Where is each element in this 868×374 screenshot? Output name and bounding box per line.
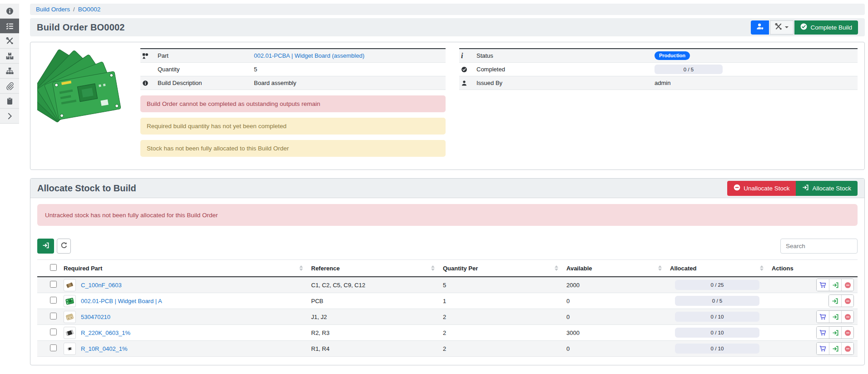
column-available[interactable]: Available bbox=[563, 260, 666, 277]
available-cell: 0 bbox=[563, 293, 666, 309]
row-checkbox-cell bbox=[46, 325, 60, 341]
row-detail-cell bbox=[37, 325, 46, 341]
row-actions-group bbox=[828, 294, 854, 307]
row-actions-group bbox=[816, 310, 854, 323]
complete-build-button[interactable]: Complete Build bbox=[794, 20, 858, 35]
buy-stock-button[interactable] bbox=[817, 327, 829, 339]
actions-cell bbox=[768, 341, 858, 357]
unallocate-stock-button[interactable]: Unallocate Stock bbox=[727, 181, 796, 196]
required-part-link[interactable]: R_10R_0402_1% bbox=[81, 345, 128, 352]
row-checkbox-cell bbox=[46, 277, 60, 293]
required-part-link[interactable]: 530470210 bbox=[81, 314, 110, 320]
column-quantity-per[interactable]: Quantity Per bbox=[439, 260, 563, 277]
sign-in-green-icon bbox=[832, 298, 838, 304]
column-allocated[interactable]: Allocated bbox=[666, 260, 768, 277]
column-required-part[interactable]: Required Part bbox=[60, 260, 308, 277]
allocation-progress: 0 / 25 bbox=[675, 280, 759, 290]
buy-stock-button[interactable] bbox=[817, 311, 829, 323]
select-all-checkbox[interactable] bbox=[50, 264, 57, 271]
cart-icon bbox=[819, 345, 826, 352]
sidebar-item-clipboard[interactable] bbox=[0, 94, 19, 109]
allocate-row-button[interactable] bbox=[829, 343, 841, 354]
table-header-row: Required Part Reference Quantity Per Ava… bbox=[37, 260, 858, 277]
info-icon: i bbox=[461, 52, 476, 60]
buy-stock-button[interactable] bbox=[817, 279, 829, 291]
sidebar-item-paperclip[interactable] bbox=[0, 79, 19, 94]
select-all-checkbox-cell bbox=[46, 260, 60, 277]
refresh-table-button[interactable] bbox=[57, 239, 71, 254]
quantity-per-cell: 1 bbox=[439, 293, 563, 309]
row-checkbox[interactable] bbox=[50, 281, 57, 288]
sidebar-item-tools[interactable] bbox=[0, 34, 19, 49]
table-toolbar bbox=[37, 239, 858, 254]
row-checkbox[interactable] bbox=[50, 313, 57, 319]
available-cell: 0 bbox=[563, 341, 666, 357]
row-detail-cell bbox=[37, 293, 46, 309]
reference-cell: PCB bbox=[308, 293, 439, 309]
sort-icon bbox=[760, 265, 764, 271]
column-reference[interactable]: Reference bbox=[308, 260, 439, 277]
allocated-cell: 0 / 10 bbox=[666, 309, 768, 325]
page-header-bar: Build Order BO0002 Complete Build bbox=[30, 18, 865, 36]
sort-icon bbox=[555, 265, 559, 271]
admin-view-button[interactable] bbox=[751, 20, 769, 35]
row-checkbox[interactable] bbox=[50, 329, 57, 335]
remove-allocation-button[interactable] bbox=[841, 279, 853, 291]
allocate-stock-button[interactable]: Allocate Stock bbox=[796, 181, 858, 196]
sidebar-item-sitemap[interactable] bbox=[0, 64, 19, 79]
detail-row-quantity: Quantity 5 bbox=[140, 63, 446, 76]
detail-row-part: Part 002.01-PCBA | Widget Board (assembl… bbox=[140, 49, 446, 63]
allocate-section-title: Allocate Stock to Build bbox=[37, 183, 136, 194]
remove-allocation-button[interactable] bbox=[841, 343, 853, 354]
part-thumbnail bbox=[64, 295, 76, 307]
detail-column-header bbox=[37, 260, 46, 277]
available-cell: 0 bbox=[563, 309, 666, 325]
user-icon bbox=[461, 80, 476, 86]
table-row: R_10R_0402_1%R1, R4200 / 10 bbox=[37, 341, 858, 357]
row-detail-cell bbox=[37, 277, 46, 293]
cart-icon bbox=[819, 314, 826, 320]
sidebar-item-checklist[interactable] bbox=[0, 19, 19, 34]
sort-icon bbox=[431, 265, 436, 271]
required-part-link[interactable]: C_100nF_0603 bbox=[81, 282, 122, 289]
required-part-link[interactable]: 002.01-PCB | Widget Board | A bbox=[81, 298, 162, 304]
tools-icon bbox=[775, 23, 782, 32]
minus-circle-red-icon bbox=[844, 282, 851, 289]
alert-outstanding-outputs: Build Order cannot be completed as outst… bbox=[140, 95, 446, 112]
allocate-row-button[interactable] bbox=[829, 327, 841, 339]
sidebar bbox=[0, 4, 19, 124]
check-circle-icon bbox=[461, 66, 476, 73]
chevron-right-icon bbox=[6, 112, 14, 120]
allocated-cell: 0 / 5 bbox=[666, 293, 768, 309]
sidebar-expand-button[interactable] bbox=[0, 109, 19, 124]
sign-in-green-icon bbox=[832, 345, 839, 352]
remove-allocation-button[interactable] bbox=[841, 295, 853, 307]
row-checkbox[interactable] bbox=[50, 297, 57, 304]
allocated-cell: 0 / 10 bbox=[666, 341, 768, 357]
build-actions-dropdown[interactable] bbox=[770, 20, 794, 35]
minus-circle-red-icon bbox=[844, 345, 851, 352]
part-link[interactable]: 002.01-PCBA | Widget Board (assembled) bbox=[254, 52, 364, 59]
quantity-per-cell: 2 bbox=[439, 325, 563, 341]
sort-icon bbox=[299, 265, 304, 271]
breadcrumb-link-build-orders[interactable]: Build Orders bbox=[36, 6, 70, 13]
info-circle-icon bbox=[142, 80, 158, 86]
required-part-link[interactable]: R_220K_0603_1% bbox=[81, 329, 130, 336]
sign-in-green-icon bbox=[832, 329, 839, 336]
sidebar-item-boxes[interactable] bbox=[0, 49, 19, 64]
search-input[interactable] bbox=[780, 239, 858, 254]
auto-allocate-button[interactable] bbox=[37, 239, 54, 254]
allocate-section-header: Allocate Stock to Build Unallocate Stock… bbox=[30, 179, 864, 198]
remove-allocation-button[interactable] bbox=[841, 311, 853, 323]
build-details-table: Part 002.01-PCBA | Widget Board (assembl… bbox=[140, 48, 446, 90]
row-checkbox[interactable] bbox=[50, 344, 57, 351]
sidebar-item-info-circle[interactable] bbox=[0, 4, 19, 19]
breadcrumb-link-bo0002[interactable]: BO0002 bbox=[78, 6, 101, 13]
remove-allocation-button[interactable] bbox=[841, 327, 853, 339]
buy-stock-button[interactable] bbox=[817, 343, 829, 354]
boxes-icon bbox=[6, 52, 14, 60]
allocate-row-button[interactable] bbox=[829, 311, 841, 323]
allocate-row-button[interactable] bbox=[829, 295, 841, 307]
allocate-row-button[interactable] bbox=[829, 279, 841, 291]
refresh-icon bbox=[60, 242, 68, 250]
